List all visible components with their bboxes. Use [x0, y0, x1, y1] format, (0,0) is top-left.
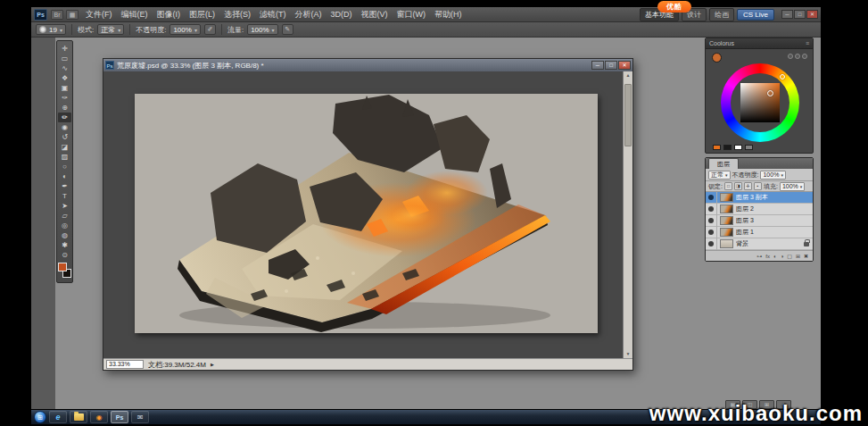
shape-tool[interactable]: ▱: [58, 211, 71, 221]
zoom-input[interactable]: 33.33%: [106, 360, 144, 369]
menu-analysis[interactable]: 分析(A): [291, 7, 327, 22]
lock-transparency-icon[interactable]: □: [724, 182, 732, 190]
close-button[interactable]: ✕: [806, 10, 818, 19]
taskbar-icon-photoshop[interactable]: Ps: [111, 411, 128, 423]
layer-row[interactable]: 图层 3 副本: [706, 192, 813, 204]
move-tool[interactable]: ✛: [58, 44, 71, 54]
taskbar-icon-internet-explorer[interactable]: e: [49, 411, 67, 423]
airbrush-toggle-icon[interactable]: ✐: [204, 24, 216, 35]
history-brush-tool[interactable]: ↺: [58, 132, 71, 142]
layers-opacity-select[interactable]: 100% ▾: [760, 171, 785, 180]
menu-layer[interactable]: 图层(L): [185, 7, 219, 22]
path-selection-tool[interactable]: ➤: [58, 201, 71, 211]
layer-row[interactable]: 背景: [706, 238, 813, 250]
visibility-cell[interactable]: [706, 204, 717, 215]
panel-menu-icon[interactable]: ≡: [806, 38, 809, 48]
menu-help[interactable]: 帮助(H): [430, 7, 467, 22]
color-option-dot[interactable]: [802, 54, 807, 59]
quick-selection-tool[interactable]: ❖: [58, 73, 71, 83]
layer-row[interactable]: 图层 3: [706, 215, 813, 227]
healing-brush-tool[interactable]: ⊕: [58, 103, 71, 113]
3d-orbit-tool[interactable]: ◍: [58, 230, 71, 240]
history-swatch[interactable]: [723, 145, 732, 150]
crop-tool[interactable]: ▣: [58, 83, 71, 93]
lasso-tool[interactable]: ∿: [58, 63, 71, 73]
view-extras-icon[interactable]: ▦: [66, 10, 79, 20]
taskbar-icon-explorer[interactable]: [70, 411, 87, 423]
color-option-dot[interactable]: [795, 54, 800, 59]
canvas[interactable]: [135, 94, 598, 333]
hue-ring[interactable]: [721, 63, 799, 142]
flow-dropdown[interactable]: 100% ▾: [247, 24, 277, 35]
layer-effects-icon[interactable]: fx: [765, 252, 770, 261]
menu-image[interactable]: 图像(I): [153, 7, 186, 22]
maximize-button[interactable]: □: [794, 10, 806, 19]
layer-mask-icon[interactable]: ◐: [773, 252, 777, 261]
dodge-tool[interactable]: ◐: [58, 171, 71, 181]
hue-cursor[interactable]: [780, 74, 785, 79]
minimize-button[interactable]: ─: [781, 10, 793, 19]
taskbar-icon-mail[interactable]: ✉: [131, 411, 149, 423]
adjustment-layer-icon[interactable]: ◑: [781, 252, 784, 261]
start-button[interactable]: ⊞: [34, 411, 46, 423]
delete-layer-icon[interactable]: ✖: [804, 252, 808, 261]
document-titlebar[interactable]: Ps 荒原废墟.psd @ 33.3% (图层 3 副本, RGB/8) * ─…: [103, 59, 632, 71]
menu-file[interactable]: 文件(F): [81, 7, 117, 22]
new-layer-icon[interactable]: ⊞: [796, 252, 800, 261]
taskbar-icon-media-player[interactable]: ◉: [90, 411, 108, 423]
workspace-painting-button[interactable]: 绘画: [709, 8, 734, 21]
visibility-cell[interactable]: [706, 227, 717, 238]
hand-tool[interactable]: ✱: [58, 240, 71, 250]
blend-mode-dropdown[interactable]: 正常 ▾: [97, 24, 124, 35]
brush-tool[interactable]: ✏: [58, 113, 71, 122]
color-option-dot[interactable]: [788, 54, 793, 59]
tool-preset-picker[interactable]: 19 ▾: [36, 24, 66, 35]
marquee-tool[interactable]: ▭: [58, 54, 71, 63]
layer-row[interactable]: 图层 2: [706, 204, 813, 215]
history-swatch[interactable]: [745, 145, 753, 150]
type-tool[interactable]: T: [58, 191, 71, 201]
scroll-down-arrow-icon[interactable]: ▼: [624, 350, 632, 358]
cs-live-button[interactable]: CS Live: [737, 9, 774, 21]
bridge-icon[interactable]: Br: [51, 10, 63, 20]
history-swatch[interactable]: [713, 145, 721, 150]
eraser-tool[interactable]: ◪: [58, 142, 71, 152]
lock-pixels-icon[interactable]: ◨: [734, 182, 742, 190]
history-swatch[interactable]: [734, 145, 742, 150]
doc-close-button[interactable]: ✕: [618, 61, 631, 70]
lock-position-icon[interactable]: ✛: [744, 182, 752, 190]
saturation-value-box[interactable]: [740, 83, 780, 122]
visibility-cell[interactable]: [706, 238, 717, 250]
doc-minimize-button[interactable]: ─: [591, 61, 604, 70]
scrollbar-thumb[interactable]: [624, 84, 632, 146]
foreground-color-swatch[interactable]: [58, 263, 67, 271]
eyedropper-tool[interactable]: ✑: [58, 93, 71, 103]
lock-all-icon[interactable]: ▪: [754, 182, 762, 190]
gradient-tool[interactable]: ▨: [58, 152, 71, 162]
menu-view[interactable]: 视图(V): [357, 7, 393, 22]
menu-select[interactable]: 选择(S): [219, 7, 255, 22]
blur-tool[interactable]: ○: [58, 162, 71, 171]
tab-layers[interactable]: 图层: [708, 158, 739, 169]
doc-maximize-button[interactable]: □: [605, 61, 617, 70]
layer-group-icon[interactable]: ▢: [787, 252, 792, 261]
menu-window[interactable]: 窗口(W): [393, 7, 431, 22]
visibility-cell[interactable]: [706, 192, 717, 204]
vertical-scrollbar[interactable]: ▲ ▼: [623, 71, 632, 358]
layers-blend-mode-select[interactable]: 正常 ▾: [708, 171, 731, 180]
3d-rotate-tool[interactable]: ◎: [58, 221, 71, 230]
fill-select[interactable]: 100% ▾: [780, 182, 805, 191]
opacity-dropdown[interactable]: 100% ▾: [169, 24, 200, 35]
zoom-tool[interactable]: ⊙: [58, 250, 71, 260]
link-layers-icon[interactable]: ⊶: [756, 252, 762, 261]
menu-filter[interactable]: 滤镜(T): [255, 7, 291, 22]
tablet-pressure-icon[interactable]: ✎: [282, 24, 293, 35]
scroll-up-arrow-icon[interactable]: ▲: [624, 71, 632, 79]
color-cursor[interactable]: [767, 90, 773, 96]
clone-stamp-tool[interactable]: ◉: [58, 122, 71, 132]
menu-edit[interactable]: 编辑(E): [117, 7, 153, 22]
menu-3d[interactable]: 3D(D): [327, 7, 357, 22]
visibility-cell[interactable]: [706, 215, 717, 227]
pen-tool[interactable]: ✒: [58, 181, 71, 191]
status-menu-arrow-icon[interactable]: ▶: [211, 362, 214, 367]
